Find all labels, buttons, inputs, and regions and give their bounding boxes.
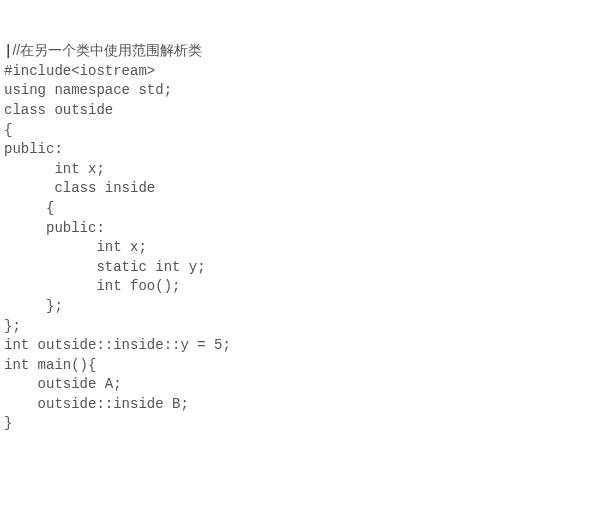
code-line: int main(){ <box>4 356 596 376</box>
code-line: outside A; <box>4 375 596 395</box>
code-line: |//在另一个类中使用范围解析类 <box>4 41 596 62</box>
code-line: { <box>4 121 596 141</box>
code-line: int x; <box>4 160 596 180</box>
code-line: class outside <box>4 101 596 121</box>
code-line: int outside::inside::y = 5; <box>4 336 596 356</box>
code-line: int x; <box>4 238 596 258</box>
code-line: class inside <box>4 179 596 199</box>
code-line: static int y; <box>4 258 596 278</box>
code-line: outside::inside B; <box>4 395 596 415</box>
code-editor[interactable]: |//在另一个类中使用范围解析类#include<iostream>using … <box>4 41 596 434</box>
comment-text: //在另一个类中使用范围解析类 <box>12 42 202 58</box>
code-line: } <box>4 414 596 434</box>
code-line: { <box>4 199 596 219</box>
code-line: public: <box>4 140 596 160</box>
code-line: using namespace std; <box>4 81 596 101</box>
code-line: }; <box>4 317 596 337</box>
code-line: #include<iostream> <box>4 62 596 82</box>
code-line: public: <box>4 219 596 239</box>
code-line: int foo(); <box>4 277 596 297</box>
code-line: }; <box>4 297 596 317</box>
